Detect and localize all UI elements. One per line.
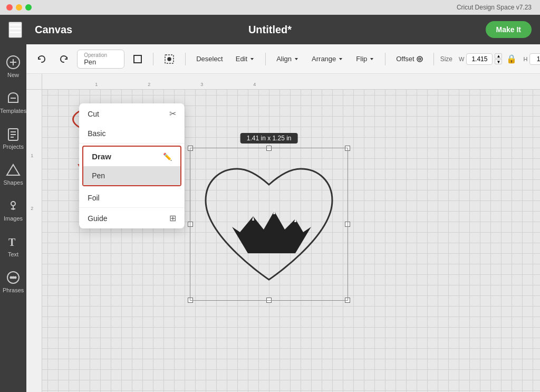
ruler-top-4: 4 [253, 82, 256, 87]
svg-point-28 [419, 58, 421, 60]
separator-3 [265, 53, 266, 65]
sidebar-item-shapes[interactable]: Shapes [0, 156, 26, 192]
shape-toggle-button[interactable] [129, 52, 147, 66]
document-title: Untitled* [248, 24, 292, 36]
svg-rect-1 [9, 28, 21, 30]
heart-element[interactable]: 1.41 in x 1.25 in [190, 148, 348, 301]
sidebar-label-images: Images [4, 215, 23, 222]
width-input[interactable] [466, 53, 493, 65]
canvas-area[interactable]: 1 2 3 4 1 2 1.41 in x 1.25 in [26, 74, 540, 392]
ruler-left-2: 2 [31, 206, 33, 211]
redo-button[interactable] [55, 52, 73, 66]
sidebar-label-templates: Templates [0, 108, 26, 114]
sidebar: New Templates Projects Shapes [0, 44, 26, 392]
ruler-top-3: 3 [200, 82, 203, 87]
ruler-left: 1 2 [26, 90, 42, 392]
svg-point-18 [13, 277, 14, 279]
close-button[interactable] [6, 4, 13, 11]
svg-text:T: T [8, 236, 16, 248]
canvas-label: Canvas [35, 24, 72, 36]
separator-5 [433, 53, 434, 65]
ruler-top-2: 2 [148, 82, 150, 87]
draw-label: Draw [92, 152, 111, 161]
minimize-button[interactable] [16, 4, 22, 11]
svg-point-27 [417, 56, 422, 62]
sidebar-label-projects: Projects [3, 144, 24, 150]
basic-label: Basic [88, 129, 105, 138]
content-area: Operation Pen Deselect E [26, 44, 540, 392]
select-all-button[interactable] [160, 52, 179, 66]
align-button[interactable]: Align [272, 53, 303, 65]
separator-1 [153, 53, 153, 65]
svg-marker-25 [339, 58, 342, 60]
svg-marker-24 [295, 58, 298, 60]
header-right: Make It [486, 21, 532, 38]
svg-point-19 [15, 277, 16, 279]
dropdown-divider-1 [79, 143, 185, 144]
ruler-top-1: 1 [95, 82, 98, 87]
width-down-button[interactable]: ▼ [495, 59, 502, 64]
lock-icon: 🔒 [506, 54, 517, 64]
sidebar-item-templates[interactable]: Templates [0, 84, 26, 120]
height-group: H ▲ ▼ [523, 53, 540, 65]
ruler-corner [26, 74, 42, 90]
svg-marker-26 [370, 58, 373, 60]
menu-button[interactable] [8, 22, 22, 38]
title-bar: Cricut Design Space v7.23 [0, 0, 540, 15]
operation-dropdown[interactable]: Operation Pen [77, 50, 124, 69]
offset-button[interactable]: Offset [392, 53, 427, 65]
ruler-top: 1 2 3 4 [42, 74, 540, 90]
sidebar-label-shapes: Shapes [3, 179, 23, 186]
svg-rect-2 [9, 32, 21, 33]
arrange-button[interactable]: Arrange [307, 53, 348, 65]
svg-rect-20 [134, 55, 141, 63]
guide-shortcut: ⊞ [169, 213, 176, 223]
secondary-toolbar: Operation Pen Deselect E [26, 44, 540, 74]
make-it-button[interactable]: Make It [486, 21, 532, 38]
sidebar-item-text[interactable]: T Text [0, 228, 26, 264]
svg-rect-0 [9, 24, 21, 26]
sidebar-item-new[interactable]: New [0, 49, 26, 84]
cut-shortcut: ✂ [169, 109, 176, 119]
deselect-button[interactable]: Deselect [192, 53, 227, 65]
edit-button[interactable]: Edit [232, 53, 259, 65]
size-label: Size [440, 55, 452, 63]
main-layout: New Templates Projects Shapes [0, 44, 540, 392]
svg-marker-11 [7, 165, 20, 175]
svg-point-17 [11, 277, 12, 279]
dropdown-item-draw[interactable]: Draw ✏️ [83, 147, 180, 166]
header: Canvas Untitled* Make It [0, 15, 540, 44]
dropdown-item-cut[interactable]: Cut ✂ [79, 103, 185, 124]
svg-marker-23 [250, 58, 254, 60]
cut-label: Cut [88, 110, 99, 118]
operation-dropdown-menu: Cut ✂ Basic Draw ✏️ Pen [79, 103, 185, 228]
svg-point-22 [168, 58, 171, 61]
dropdown-item-basic[interactable]: Basic [79, 124, 185, 143]
separator-2 [185, 53, 186, 65]
flip-button[interactable]: Flip [352, 53, 379, 65]
width-group: W ▲ ▼ [459, 53, 502, 65]
undo-button[interactable] [33, 52, 51, 66]
height-input[interactable] [529, 53, 540, 65]
sidebar-label-phrases: Phrases [3, 287, 24, 293]
height-label: H [523, 56, 527, 62]
size-badge: 1.41 in x 1.25 in [240, 133, 298, 144]
draw-icon: ✏️ [163, 152, 172, 161]
foil-label: Foil [88, 194, 100, 202]
width-up-button[interactable]: ▲ [495, 53, 502, 59]
sidebar-item-projects[interactable]: Projects [0, 120, 26, 156]
operation-label: Operation [84, 52, 118, 58]
svg-point-12 [11, 202, 15, 206]
sidebar-label-new: New [7, 72, 19, 78]
ruler-left-1: 1 [31, 153, 33, 158]
guide-label: Guide [88, 214, 107, 223]
maximize-button[interactable] [25, 4, 32, 11]
traffic-lights [6, 4, 32, 11]
dropdown-item-guide[interactable]: Guide ⊞ [79, 208, 185, 228]
selection-border [190, 148, 348, 301]
sidebar-item-images[interactable]: Images [0, 192, 26, 228]
separator-4 [385, 53, 385, 65]
dropdown-item-foil[interactable]: Foil [79, 188, 185, 207]
sidebar-item-phrases[interactable]: Phrases [0, 264, 26, 300]
dropdown-item-pen[interactable]: Pen [83, 166, 180, 185]
